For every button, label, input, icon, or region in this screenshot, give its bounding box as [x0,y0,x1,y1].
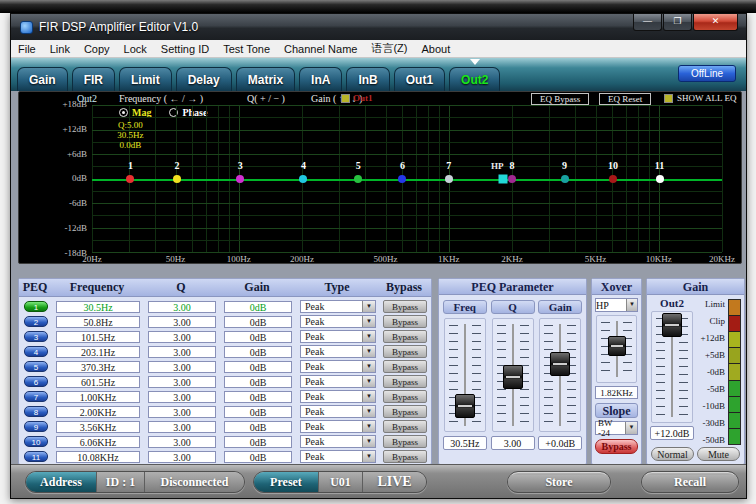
eq-reset-button[interactable]: EQ Reset [599,93,651,105]
slider-handle[interactable] [662,313,682,337]
peq-row-number[interactable]: 4 [24,346,48,357]
xover-bypass-button[interactable]: Bypass [595,439,638,454]
tab-fir[interactable]: FIR [72,67,115,91]
tab-limit[interactable]: Limit [119,67,172,91]
peq-bypass-button[interactable]: Bypass [383,420,427,433]
show-all-eq-checkbox[interactable] [664,94,673,103]
peq-gain-input[interactable]: 0dB [224,346,292,358]
peq-frequency-input[interactable]: 2.00KHz [56,406,140,418]
menu-item-file[interactable]: File [11,43,43,55]
peq-q-input[interactable]: 3.00 [148,421,216,433]
out1-legend-checkbox[interactable] [341,94,350,103]
peq-row-number[interactable]: 10 [24,436,48,447]
peq-bypass-button[interactable]: Bypass [383,390,427,403]
normal-button[interactable]: Normal [651,447,694,461]
peq-gain-input[interactable]: 0dB [224,421,292,433]
peq-q-input[interactable]: 3.00 [148,301,216,313]
peq-row-number[interactable]: 8 [24,406,48,417]
peq-bypass-button[interactable]: Bypass [383,450,427,463]
menu-item-about[interactable]: About [414,43,457,55]
close-button[interactable]: ✕ [693,14,738,31]
eq-point-4[interactable] [299,175,307,183]
maximize-button[interactable]: ❐ [663,14,692,31]
peq-bypass-button[interactable]: Bypass [383,360,427,373]
peq-gain-input[interactable]: 0dB [224,331,292,343]
peq-bypass-button[interactable]: Bypass [383,300,427,313]
eq-point-3[interactable] [236,175,244,183]
tab-out2[interactable]: Out2 [449,67,500,91]
peq-row-number[interactable]: 2 [24,316,48,327]
peq-frequency-input[interactable]: 1.00KHz [56,391,140,403]
peq-type-select[interactable]: Peak▼ [300,360,376,373]
slider-handle[interactable] [503,365,523,389]
eq-point-5[interactable] [354,175,362,183]
peq-row-number[interactable]: 9 [24,421,48,432]
menu-item-channel-name[interactable]: Channel Name [277,43,364,55]
slider-handle[interactable] [550,352,570,376]
peq-row-number[interactable]: 5 [24,361,48,372]
tab-delay[interactable]: Delay [176,67,232,91]
menu-item-copy[interactable]: Copy [77,43,117,55]
menu-item-link[interactable]: Link [43,43,77,55]
peq-q-input[interactable]: 3.00 [148,406,216,418]
live-button[interactable]: LIVE [362,472,426,492]
peq-frequency-input[interactable]: 101.5Hz [56,331,140,343]
eq-point-2[interactable] [173,175,181,183]
hp-crossover-marker[interactable] [499,175,508,184]
menu-item-z[interactable]: 语言(Z) [364,41,414,56]
peq-type-select[interactable]: Peak▼ [300,450,376,463]
eq-point-1[interactable] [126,175,134,183]
peq-gain-input[interactable]: 0dB [224,451,292,463]
tab-matrix[interactable]: Matrix [236,67,295,91]
eq-point-6[interactable] [398,175,406,183]
peq-frequency-input[interactable]: 30.5Hz [56,301,140,313]
peq-bypass-button[interactable]: Bypass [383,435,427,448]
peq-type-select[interactable]: Peak▼ [300,420,376,433]
peq-frequency-input[interactable]: 203.1Hz [56,346,140,358]
peq-q-input[interactable]: 3.00 [148,451,216,463]
peq-gain-input[interactable]: 0dB [224,406,292,418]
eq-point-8[interactable] [508,175,516,183]
store-button[interactable]: Store [507,471,611,493]
peq-frequency-input[interactable]: 6.06KHz [56,436,140,448]
peq-bypass-button[interactable]: Bypass [383,330,427,343]
peq-bypass-button[interactable]: Bypass [383,405,427,418]
tab-out1[interactable]: Out1 [394,67,445,91]
slope-select[interactable]: BW -24 ▼ [595,421,638,435]
peq-q-input[interactable]: 3.00 [148,391,216,403]
peq-gain-input[interactable]: 0dB [224,301,292,313]
peq-gain-input[interactable]: 0dB [224,436,292,448]
peq-q-input[interactable]: 3.00 [148,346,216,358]
peq-type-select[interactable]: Peak▼ [300,345,376,358]
peq-type-select[interactable]: Peak▼ [300,405,376,418]
preset-button[interactable]: Preset [254,472,318,492]
eq-point-9[interactable] [561,175,569,183]
peq-bypass-button[interactable]: Bypass [383,375,427,388]
peq-frequency-input[interactable]: 601.5Hz [56,376,140,388]
eq-point-7[interactable] [445,175,453,183]
address-button[interactable]: Address [26,472,96,492]
peq-frequency-input[interactable]: 50.8Hz [56,316,140,328]
peq-bypass-button[interactable]: Bypass [383,345,427,358]
menu-item-test-tone[interactable]: Test Tone [216,43,277,55]
peq-type-select[interactable]: Peak▼ [300,315,376,328]
slider-handle[interactable] [608,336,626,356]
tab-inb[interactable]: InB [346,67,389,91]
peq-type-select[interactable]: Peak▼ [300,300,376,313]
slider-handle[interactable] [455,394,475,418]
recall-button[interactable]: Recall [641,471,739,493]
peq-type-select[interactable]: Peak▼ [300,435,376,448]
offline-button[interactable]: OffLine [678,65,736,82]
menu-item-setting-id[interactable]: Setting ID [154,43,216,55]
peq-q-input[interactable]: 3.00 [148,376,216,388]
peq-type-select[interactable]: Peak▼ [300,375,376,388]
xover-filter-select[interactable]: HP ▼ [595,298,638,312]
peq-type-select[interactable]: Peak▼ [300,390,376,403]
peq-frequency-input[interactable]: 3.56KHz [56,421,140,433]
tab-gain[interactable]: Gain [17,67,68,91]
mute-button[interactable]: Mute [697,447,740,461]
peq-q-input[interactable]: 3.00 [148,316,216,328]
eq-bypass-button[interactable]: EQ Bypass [531,93,589,105]
peq-q-input[interactable]: 3.00 [148,361,216,373]
peq-gain-input[interactable]: 0dB [224,316,292,328]
